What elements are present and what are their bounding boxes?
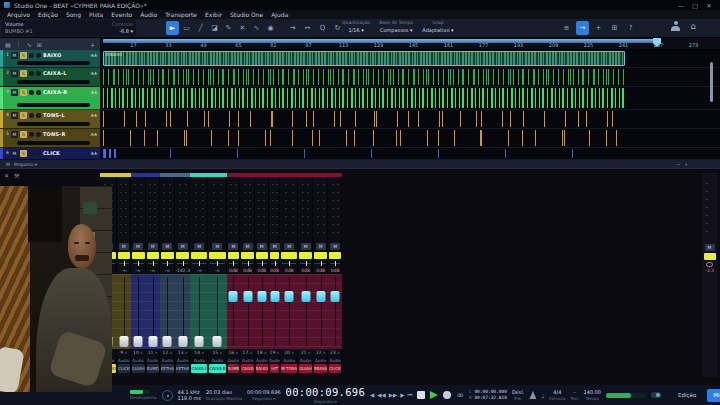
track-lane[interactable] [100, 148, 720, 160]
channel-mute-button[interactable]: M [270, 243, 280, 250]
channel-volume-value[interactable]: 0dB [227, 267, 241, 274]
channel-mute-button[interactable]: M [119, 243, 129, 250]
tool-button-icon[interactable]: ▭ [180, 21, 193, 35]
channel-volume-value[interactable]: -∞ [190, 267, 208, 274]
track-monitor-button[interactable] [36, 132, 41, 137]
channel-fader-handle[interactable] [270, 291, 279, 302]
mixer-channel-strip[interactable]: M 0dB 17 Áudio CAIXA [240, 173, 254, 377]
channel-pan-slider[interactable] [328, 260, 342, 267]
channel-fader-track[interactable] [190, 274, 208, 349]
channel-name-label[interactable]: BRASS [314, 364, 327, 373]
channel-name-label[interactable]: CAIXA [241, 364, 253, 373]
track-record-button[interactable] [29, 151, 34, 156]
zoom-out-button[interactable]: − [676, 162, 680, 167]
channel-fader-handle[interactable] [229, 291, 238, 302]
view-tool-icon[interactable]: + [592, 21, 605, 35]
mix-view-button[interactable]: Mix [707, 389, 720, 402]
main-time-display[interactable]: 00:00:09.696 Segundos ▾ [286, 386, 365, 404]
channel-fader-track[interactable] [298, 274, 313, 349]
track-record-button[interactable] [29, 132, 34, 137]
secondary-tool-icon[interactable]: Q [316, 21, 329, 35]
channel-fader-track[interactable] [269, 274, 280, 349]
track-monitor-button[interactable] [36, 71, 41, 76]
track-header[interactable]: 4 M S TONS-L ▲▲ [0, 110, 100, 129]
track-name[interactable]: CLICK [43, 150, 89, 156]
channel-mute-button[interactable]: M [162, 243, 172, 250]
channel-name-label[interactable]: HIT [270, 364, 279, 373]
channel-pan-slider[interactable] [227, 260, 241, 267]
channel-mute-button[interactable]: M [243, 243, 253, 250]
channel-name-label[interactable]: BUMD [147, 364, 159, 373]
menu-item[interactable]: Edição [38, 11, 58, 18]
channel-solo-button[interactable] [228, 252, 240, 259]
track-mute-button[interactable]: M [11, 70, 18, 77]
timeline-ruler[interactable]: 1733496581971131291451611771932092252412… [100, 38, 720, 50]
track-volume-bar[interactable] [17, 122, 90, 126]
user-icon[interactable] [671, 21, 680, 32]
audio-event[interactable]: E-BAIXO [103, 51, 625, 66]
stop-button[interactable] [417, 391, 425, 399]
track-solo-button[interactable]: S [20, 52, 27, 59]
zoom-in-button[interactable]: + [684, 162, 688, 167]
record-button[interactable] [443, 391, 451, 399]
channel-volume-value[interactable]: -∞ [146, 267, 160, 274]
loop-range-display[interactable]: L 00:00:00.000 R 00:07:32.810 [469, 389, 507, 401]
channel-volume-value[interactable]: -∞ [160, 267, 175, 274]
channel-mute-button[interactable]: M [257, 243, 267, 250]
channel-name-label[interactable]: KETHA [161, 364, 174, 373]
mixer-channel-strip[interactable]: M 0dB 20 Áudio M TONS [280, 173, 298, 377]
channel-volume-value[interactable]: -∞ [208, 267, 226, 274]
mixer-channel-strip[interactable]: M -∞ 10 Áudio GUIAH [131, 173, 146, 377]
track-volume-bar[interactable] [17, 61, 90, 65]
track-solo-button[interactable]: S [20, 112, 27, 119]
channel-name-label[interactable]: CAIXA-R [209, 364, 225, 373]
channel-name-label[interactable]: CAIXA-L [191, 364, 207, 373]
play-button[interactable] [430, 391, 438, 399]
tool-button-icon[interactable]: ╱ [194, 21, 207, 35]
channel-fader-track[interactable] [146, 274, 160, 349]
master-solo-button[interactable] [704, 253, 716, 260]
tempo-display[interactable]: 140.00 Tempo [584, 389, 602, 400]
track-lane[interactable]: E-BAIXO [100, 50, 720, 68]
channel-fader-handle[interactable] [243, 291, 252, 302]
audio-event[interactable] [103, 88, 625, 108]
channel-solo-button[interactable] [281, 252, 297, 259]
channel-pan-slider[interactable] [313, 260, 328, 267]
channel-name-label[interactable]: GUIAH [299, 364, 312, 373]
channel-mute-button[interactable]: M [316, 243, 326, 250]
channel-volume-value[interactable]: 0dB [240, 267, 254, 274]
menu-item[interactable]: Exibir [205, 11, 222, 18]
tool-button-icon[interactable]: ► [166, 21, 179, 35]
track-monitor-button[interactable] [36, 90, 41, 95]
track-mute-button[interactable]: M [11, 112, 18, 119]
channel-pan-slider[interactable] [240, 260, 254, 267]
channel-fader-track[interactable] [255, 274, 269, 349]
channel-solo-button[interactable] [191, 252, 207, 259]
channel-pan-slider[interactable] [269, 260, 280, 267]
channel-volume-value[interactable]: 0dB [269, 267, 280, 274]
channel-name-label[interactable]: CLICK [118, 364, 130, 373]
tool-button-icon[interactable]: ◪ [208, 21, 221, 35]
mixer-channel-strip[interactable]: M 0dB 22 Áudio BRASS [313, 173, 328, 377]
track-name[interactable]: BAIXO [43, 52, 89, 58]
secondary-time-display[interactable]: 00:00:09.696 Segundos ▾ [247, 389, 281, 400]
snap-value[interactable]: Adaptativo ▾ [422, 27, 453, 35]
key-display[interactable]: - Tom [570, 389, 578, 400]
window-control-button[interactable]: □ [688, 2, 702, 9]
audio-event[interactable] [103, 130, 625, 146]
mixer-channel-strip[interactable]: M -∞ 15 Áudio CAIXA-R [208, 173, 226, 377]
track-mute-button[interactable]: M [11, 52, 18, 59]
audio-event[interactable] [103, 69, 625, 85]
loop-right-value[interactable]: 00:07:32.810 [474, 395, 507, 400]
channel-volume-value[interactable]: 0dB [313, 267, 328, 274]
channel-fader-track[interactable] [328, 274, 342, 349]
cpu-gauge-icon[interactable] [162, 390, 173, 401]
channel-fader-handle[interactable] [163, 336, 172, 347]
main-time-value[interactable]: 00:00:09.696 [286, 386, 365, 399]
track-record-button[interactable] [29, 53, 34, 58]
track-record-button[interactable] [29, 113, 34, 118]
metronome-icon[interactable] [529, 391, 536, 399]
channel-fader-handle[interactable] [331, 291, 340, 302]
track-name[interactable]: CAIXA-R [43, 89, 89, 95]
audio-event[interactable] [103, 149, 625, 158]
